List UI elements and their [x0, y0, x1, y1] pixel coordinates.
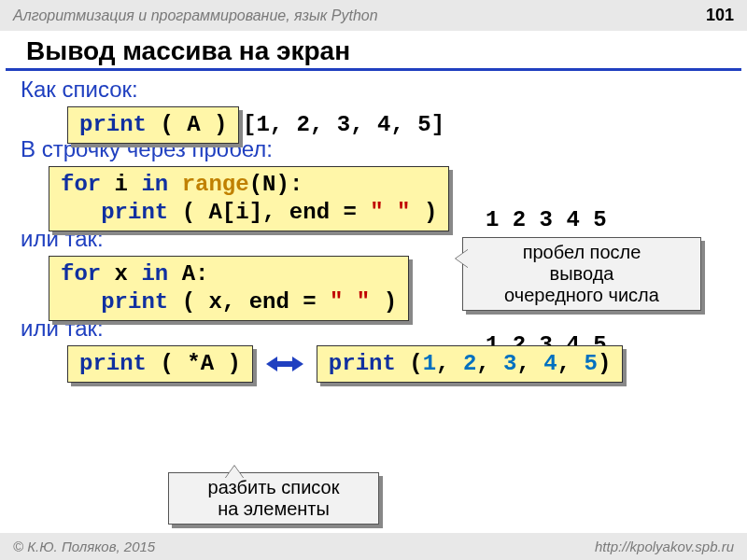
- page-number: 101: [706, 6, 734, 25]
- code-text: ): [598, 351, 611, 376]
- kw-print: print: [79, 351, 147, 376]
- course-name: Алгоритмизация и программирование, язык …: [13, 7, 378, 24]
- code-text: (N):: [249, 172, 303, 197]
- sep: ,: [517, 351, 544, 376]
- code-for-range: for i in range(N): print ( A[i], end = "…: [49, 166, 449, 231]
- code-print-a: print ( A ): [67, 106, 239, 144]
- row-unpack: print ( *A ) print (1, 2, 3, 4, 5): [67, 345, 726, 383]
- sep: ,: [557, 351, 585, 376]
- code-text: ): [411, 200, 438, 225]
- code-text: [168, 172, 181, 197]
- str-space: " ": [330, 289, 370, 315]
- output-row1: 1 2 3 4 5: [486, 207, 607, 232]
- kw-print: print: [329, 351, 396, 376]
- code-text: ): [370, 289, 397, 315]
- num: 5: [585, 351, 598, 376]
- code-print-values: print (1, 2, 3, 4, 5): [317, 345, 624, 383]
- code-print-unpack: print ( *A ): [67, 345, 253, 383]
- callout-text: разбить список на элементы: [208, 477, 340, 519]
- callout-space-after: пробел после вывода очередного числа: [462, 237, 701, 311]
- slide-title: Вывод массива на экран: [6, 31, 741, 71]
- copyright: © К.Ю. Поляков, 2015: [13, 539, 155, 554]
- code-text: x: [101, 261, 141, 287]
- kw-print: print: [101, 200, 168, 225]
- str-space: " ": [370, 200, 410, 225]
- output-list: [1, 2, 3, 4, 5]: [243, 112, 444, 137]
- slide-header: Алгоритмизация и программирование, язык …: [0, 0, 747, 31]
- sep: ,: [476, 351, 503, 376]
- code-text: ( *A ): [147, 351, 241, 376]
- slide-footer: © К.Ю. Поляков, 2015 http://kpolyakov.sp…: [0, 533, 747, 560]
- sep: ,: [436, 351, 463, 376]
- code-text: ( A[i], end =: [168, 200, 370, 225]
- num: 2: [463, 351, 476, 376]
- code-text: A:: [168, 261, 208, 287]
- code-indent: [61, 200, 101, 225]
- slide-content: Как список: print ( A ) [1, 2, 3, 4, 5] …: [0, 71, 747, 383]
- num: 3: [503, 351, 516, 376]
- footer-url: http://kpolyakov.spb.ru: [595, 539, 734, 554]
- code-for-x: for x in A: print ( x, end = " " ): [49, 256, 409, 321]
- num: 4: [543, 351, 557, 376]
- kw-in: in: [141, 172, 168, 197]
- code-text: ( x, end =: [168, 289, 330, 315]
- num: 1: [423, 351, 436, 376]
- kw-print: print: [101, 289, 168, 315]
- subhead-as-list: Как список:: [21, 77, 726, 103]
- kw-print: print: [79, 112, 147, 137]
- fn-range: range: [182, 172, 249, 197]
- kw-for: for: [61, 261, 101, 287]
- kw-for: for: [61, 172, 101, 197]
- callout-text: пробел после вывода очередного числа: [504, 242, 659, 305]
- double-arrow-icon: [264, 353, 305, 375]
- callout-split-list: разбить список на элементы: [168, 472, 379, 525]
- kw-in: in: [141, 261, 168, 287]
- code-indent: [61, 289, 101, 315]
- code-text: (: [396, 351, 423, 376]
- code-text: i: [101, 172, 141, 197]
- code-text: ( A ): [147, 112, 227, 137]
